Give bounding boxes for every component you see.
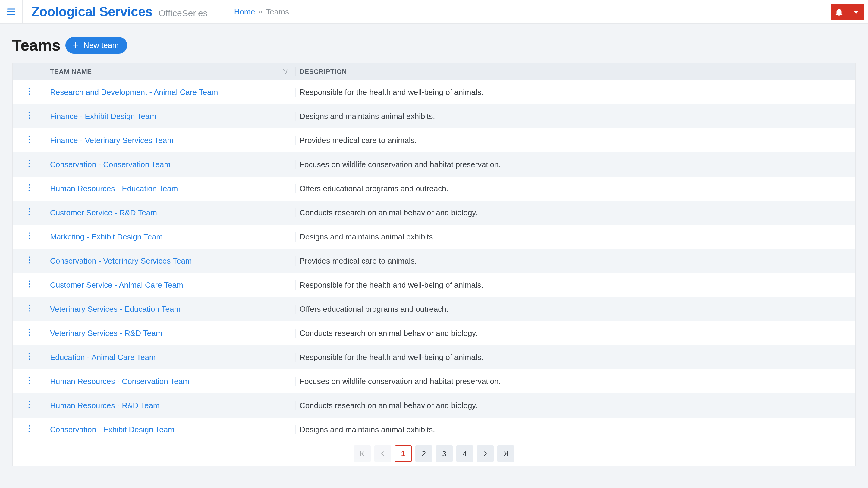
team-link[interactable]: Customer Service - R&D Team [50, 208, 157, 217]
team-link[interactable]: Education - Animal Care Team [50, 353, 156, 362]
kebab-icon [24, 135, 34, 144]
page-last-icon [501, 450, 510, 458]
topbar-dropdown-button[interactable] [847, 4, 864, 21]
kebab-icon [24, 279, 34, 289]
svg-point-30 [29, 281, 30, 282]
team-link[interactable]: Marketing - Exhibit Design Team [50, 232, 163, 241]
page-number-button[interactable]: 2 [415, 445, 432, 462]
row-actions-cell [13, 87, 46, 98]
svg-point-16 [29, 163, 30, 164]
svg-point-23 [29, 214, 30, 215]
page-last-button[interactable] [497, 445, 514, 462]
row-actions-cell [13, 135, 46, 147]
row-actions-button[interactable] [24, 159, 34, 170]
header-col-name[interactable]: TEAM NAME [46, 67, 296, 76]
svg-point-40 [29, 355, 30, 357]
svg-point-34 [29, 307, 30, 308]
team-link[interactable]: Finance - Veterinary Services Team [50, 136, 174, 145]
table-row: Education - Animal Care Team Responsible… [13, 345, 855, 369]
row-actions-button[interactable] [24, 327, 34, 339]
notifications-button[interactable] [831, 4, 847, 21]
row-actions-button[interactable] [24, 231, 34, 243]
row-actions-button[interactable] [24, 400, 34, 412]
team-link[interactable]: Human Resources - Conservation Team [50, 377, 189, 386]
row-name-cell: Marketing - Exhibit Design Team [46, 232, 296, 241]
svg-point-25 [29, 235, 30, 236]
team-link[interactable]: Human Resources - Education Team [50, 184, 178, 193]
page-next-button[interactable] [477, 445, 494, 462]
row-actions-button[interactable] [24, 255, 34, 267]
team-link[interactable]: Conservation - Veterinary Services Team [50, 256, 192, 265]
breadcrumb-home[interactable]: Home [234, 7, 255, 17]
row-description-cell: Provides medical care to animals. [296, 136, 855, 145]
team-link[interactable]: Research and Development - Animal Care T… [50, 88, 218, 97]
svg-point-20 [29, 190, 30, 191]
hamburger-icon [6, 6, 17, 17]
kebab-icon [24, 207, 34, 217]
row-actions-button[interactable] [24, 352, 34, 363]
kebab-icon [24, 183, 34, 193]
row-actions-button[interactable] [24, 87, 34, 98]
team-link[interactable]: Veterinary Services - Education Team [50, 304, 181, 314]
svg-point-33 [29, 304, 30, 306]
svg-point-10 [29, 115, 30, 116]
row-actions-cell [13, 400, 46, 412]
svg-point-49 [29, 428, 30, 429]
filter-icon [282, 67, 289, 75]
menu-toggle-button[interactable] [0, 0, 23, 24]
page-number-button[interactable]: 3 [436, 445, 453, 462]
row-actions-button[interactable] [24, 183, 34, 195]
row-name-cell: Veterinary Services - R&D Team [46, 329, 296, 338]
filter-name-button[interactable] [282, 67, 290, 76]
team-link[interactable]: Human Resources - R&D Team [50, 401, 160, 410]
page-number-button[interactable]: 1 [395, 445, 412, 462]
row-actions-button[interactable] [24, 424, 34, 435]
row-description-cell: Focuses on wildlife conservation and hab… [296, 377, 855, 386]
team-link[interactable]: Conservation - Exhibit Design Team [50, 425, 175, 434]
svg-point-19 [29, 187, 30, 188]
row-actions-button[interactable] [24, 110, 34, 122]
header-col-description[interactable]: DESCRIPTION [296, 68, 855, 76]
svg-point-37 [29, 331, 30, 332]
row-description-cell: Conducts research on animal behavior and… [296, 329, 855, 338]
row-actions-button[interactable] [24, 135, 34, 147]
row-actions-button[interactable] [24, 376, 34, 387]
svg-point-8 [29, 93, 30, 95]
table-body: Research and Development - Animal Care T… [13, 80, 855, 442]
row-actions-cell [13, 327, 46, 339]
team-link[interactable]: Veterinary Services - R&D Team [50, 329, 162, 338]
brand-title[interactable]: Zoological Services [31, 4, 153, 19]
svg-point-39 [29, 353, 30, 354]
row-actions-button[interactable] [24, 303, 34, 315]
row-name-cell: Conservation - Exhibit Design Team [46, 425, 296, 434]
kebab-icon [24, 231, 34, 241]
svg-point-44 [29, 383, 30, 384]
team-link[interactable]: Customer Service - Animal Care Team [50, 281, 183, 290]
team-link[interactable]: Conservation - Conservation Team [50, 160, 170, 169]
row-name-cell: Customer Service - R&D Team [46, 208, 296, 218]
page-body: Teams New team TEAM NAME DESCRIPTION [0, 24, 868, 478]
svg-point-26 [29, 238, 30, 239]
new-team-button[interactable]: New team [65, 37, 127, 54]
row-name-cell: Conservation - Veterinary Services Team [46, 256, 296, 266]
row-description-cell: Offers educational programs and outreach… [296, 304, 855, 314]
row-description-cell: Focuses on wildlife conservation and hab… [296, 160, 855, 169]
svg-point-29 [29, 262, 30, 263]
topbar-actions [831, 4, 864, 21]
row-actions-cell [13, 352, 46, 363]
team-link[interactable]: Finance - Exhibit Design Team [50, 112, 156, 121]
bell-alert-icon [835, 7, 844, 17]
svg-point-22 [29, 211, 30, 212]
svg-point-27 [29, 256, 30, 258]
svg-point-3 [839, 15, 840, 16]
table-row: Finance - Veterinary Services Team Provi… [13, 128, 855, 153]
svg-point-48 [29, 425, 30, 426]
svg-point-32 [29, 286, 30, 287]
row-actions-button[interactable] [24, 207, 34, 219]
row-name-cell: Conservation - Conservation Team [46, 160, 296, 169]
row-actions-button[interactable] [24, 279, 34, 291]
svg-point-7 [29, 90, 30, 92]
row-description-cell: Designs and maintains animal exhibits. [296, 112, 855, 121]
breadcrumb-current: Teams [266, 7, 289, 17]
page-number-button[interactable]: 4 [456, 445, 473, 462]
